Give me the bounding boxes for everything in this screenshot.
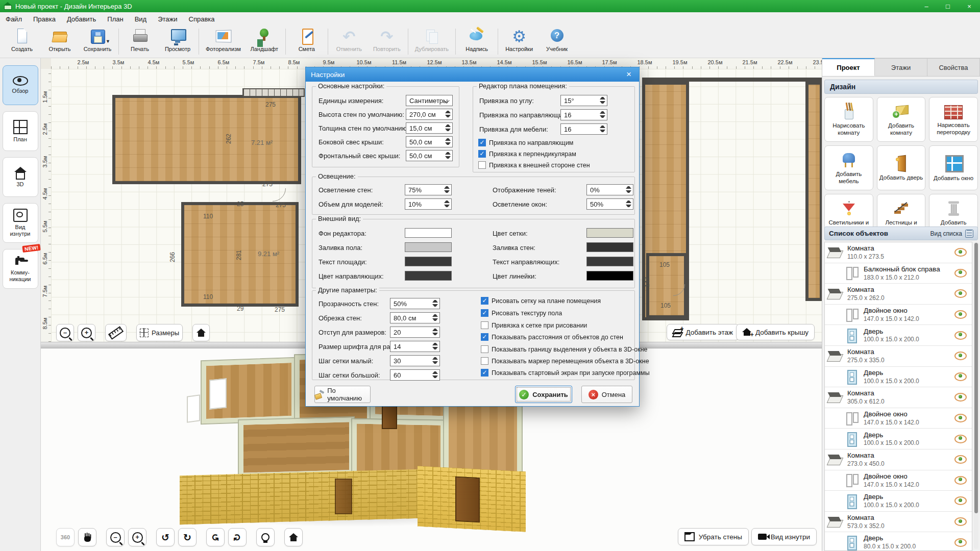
dimensions-button[interactable]: Размеры: [136, 324, 183, 341]
tutorial-button[interactable]: Учебник: [538, 26, 576, 58]
add-roof-button[interactable]: Добавить крышу: [736, 324, 815, 340]
tab-floors[interactable]: Этажи: [875, 58, 927, 76]
checkbox-outer-wall-snap[interactable]: Привязка к внешней стороне стен: [478, 161, 590, 169]
wall-transparency-spinner[interactable]: 50%: [390, 298, 440, 309]
spinner-arrows-icon[interactable]: [432, 329, 438, 335]
guides-color-swatch[interactable]: [405, 271, 452, 281]
window-lighting-spinner[interactable]: 50%: [586, 198, 633, 210]
spinner-arrows-icon[interactable]: [432, 300, 438, 307]
wall-height-spinner[interactable]: 270,0 см: [406, 109, 453, 120]
close-button[interactable]: ×: [959, 0, 980, 12]
side-overhang-spinner[interactable]: 50,0 см: [406, 136, 453, 147]
pan-button[interactable]: [78, 528, 96, 546]
spinner-arrows-icon[interactable]: [445, 124, 451, 131]
menu-add[interactable]: Добавить: [61, 12, 102, 26]
menu-edit[interactable]: Правка: [28, 12, 61, 26]
visibility-eye-icon[interactable]: [954, 435, 967, 443]
list-view-icon[interactable]: [965, 230, 973, 238]
save-settings-button[interactable]: ✓ Сохранить: [515, 386, 572, 403]
visibility-eye-icon[interactable]: [954, 289, 967, 298]
list-item[interactable]: Дверь80.0 x 15.0 x 200.0: [825, 532, 972, 551]
list-item[interactable]: Комната305.0 x 612.0: [825, 387, 972, 408]
menu-help[interactable]: Справка: [183, 12, 220, 26]
menu-view[interactable]: Вид: [129, 12, 153, 26]
checkbox-draw-floor-texture[interactable]: Рисовать текстуру пола: [481, 309, 562, 317]
visibility-eye-icon[interactable]: [954, 310, 967, 319]
add-room-button[interactable]: Добавить комнату: [877, 97, 926, 142]
settings-button[interactable]: ⚙Настройки: [500, 26, 538, 58]
spinner-arrows-icon[interactable]: [626, 201, 631, 207]
units-select[interactable]: Сантиметры: [406, 95, 453, 106]
angle-snap-spinner[interactable]: 15°: [560, 95, 607, 106]
editor-bg-swatch[interactable]: [405, 228, 452, 238]
furniture-snap-spinner[interactable]: 16: [560, 123, 607, 135]
list-item[interactable]: Дверь100.0 x 15.0 x 200.0: [825, 325, 972, 346]
visibility-eye-icon[interactable]: [954, 352, 967, 360]
rotate-up-button[interactable]: ↺: [156, 528, 175, 546]
objects-scrollbar[interactable]: [974, 242, 978, 549]
spinner-arrows-icon[interactable]: [626, 186, 631, 193]
spinner-arrows-icon[interactable]: [432, 314, 438, 321]
sidebar-item-plan[interactable]: План: [3, 111, 38, 151]
add-floor-button[interactable]: Добавить этаж: [667, 324, 739, 340]
spinner-arrows-icon[interactable]: [444, 201, 450, 207]
checkbox-draw-grid[interactable]: Рисовать сетку на плане помещения: [481, 297, 601, 305]
wall-lighting-spinner[interactable]: 75%: [405, 184, 452, 195]
save-dropdown-arrow[interactable]: ▼: [106, 39, 110, 44]
measure-button[interactable]: [105, 324, 127, 341]
list-item[interactable]: Комната110.0 x 273.5: [825, 242, 972, 263]
save-button[interactable]: ▼Сохранить: [79, 26, 116, 58]
visibility-eye-icon[interactable]: [954, 269, 967, 278]
list-item[interactable]: Двойное окно147.0 x 15.0 x 142.0: [825, 408, 972, 429]
label-button[interactable]: Надпись: [458, 26, 496, 58]
visibility-eye-icon[interactable]: [954, 248, 967, 257]
checkbox-show-distances[interactable]: Показывать расстояния от объектов до сте…: [481, 333, 623, 341]
list-item[interactable]: Комната273.0 x 450.0: [825, 449, 972, 470]
wall-fill-swatch[interactable]: [586, 242, 633, 252]
list-item[interactable]: Двойное окно147.0 x 15.0 x 142.0: [825, 470, 972, 491]
scrollbar-thumb[interactable]: [974, 243, 978, 513]
visibility-eye-icon[interactable]: [954, 476, 967, 485]
checkbox-show-move-marker[interactable]: Показывать маркер перемещения объекта в …: [481, 357, 649, 365]
cancel-button[interactable]: × Отмена: [581, 386, 632, 403]
list-item[interactable]: Двойное окно147.0 x 15.0 x 142.0: [825, 305, 972, 325]
draw-partition-button[interactable]: Нарисовать перегородку: [929, 97, 978, 142]
estimate-button[interactable]: Смета: [288, 26, 326, 58]
print-button[interactable]: Печать: [121, 26, 159, 58]
spinner-arrows-icon[interactable]: [600, 126, 605, 132]
list-item[interactable]: Комната573.0 x 352.0: [825, 512, 972, 533]
dialog-close-icon[interactable]: ×: [619, 67, 639, 82]
add-window-button[interactable]: Добавить окно: [929, 145, 978, 190]
dialog-title-bar[interactable]: Настройки ×: [306, 67, 639, 82]
shadows-spinner[interactable]: 0%: [586, 184, 633, 195]
orbit-right-button[interactable]: ↺: [228, 528, 247, 546]
sidebar-item-inside-view[interactable]: Вид изнутри: [3, 203, 38, 243]
inside-view-button[interactable]: Вид изнутри: [751, 528, 817, 545]
list-item[interactable]: Дверь100.0 x 15.0 x 200.0: [825, 491, 972, 512]
spinner-arrows-icon[interactable]: [444, 186, 450, 193]
new-button[interactable]: Создать: [3, 26, 41, 58]
guides-text-swatch[interactable]: [586, 257, 633, 266]
front-overhang-spinner[interactable]: 50,0 см: [406, 150, 453, 161]
sidebar-item-overview[interactable]: Обзор: [3, 65, 38, 105]
spinner-arrows-icon[interactable]: [432, 357, 438, 364]
list-item[interactable]: Комната275.0 x 335.0: [825, 346, 972, 367]
preview-button[interactable]: Просмотр: [159, 26, 197, 58]
tab-properties[interactable]: Свойства: [927, 58, 980, 76]
zoom-out-button[interactable]: –: [56, 324, 74, 341]
spinner-arrows-icon[interactable]: [445, 138, 451, 145]
home-view-button[interactable]: [192, 324, 210, 341]
plan-balcony-block[interactable]: [242, 88, 305, 97]
defaults-button[interactable]: По умолчанию: [314, 386, 371, 403]
orbit-left-button[interactable]: ↺: [206, 528, 225, 546]
menu-floors[interactable]: Этажи: [152, 12, 183, 26]
grid-step-small-spinner[interactable]: 30: [390, 355, 440, 366]
visibility-eye-icon[interactable]: [954, 331, 967, 340]
checkbox-grid-snap[interactable]: Привязка к сетке при рисовании: [481, 321, 587, 329]
rotate-down-button[interactable]: ↻: [178, 528, 197, 546]
plan-room-far-right[interactable]: [805, 82, 822, 301]
visibility-eye-icon[interactable]: [954, 414, 967, 422]
landscape-button[interactable]: Ландшафт: [246, 26, 283, 58]
grid-step-big-spinner[interactable]: 60: [390, 369, 440, 381]
plan-room-1[interactable]: [112, 95, 301, 184]
